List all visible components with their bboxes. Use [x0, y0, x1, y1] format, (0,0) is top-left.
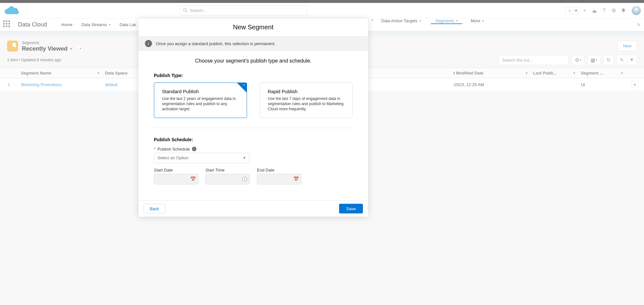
card-description: Use the last 2 years of engagement data …	[162, 96, 239, 112]
publish-schedule-heading: Publish Schedule:	[154, 137, 353, 142]
field-help-icon[interactable]: i	[192, 147, 196, 151]
calendar-icon[interactable]: 📅	[190, 176, 196, 182]
choose-heading: Choose your segment's publish type and s…	[154, 58, 353, 64]
rapid-publish-card[interactable]: Rapid Publish Use the last 7 days of eng…	[260, 83, 353, 118]
select-placeholder: Select an Option	[157, 155, 188, 160]
save-button[interactable]: Save	[339, 204, 363, 213]
clock-icon[interactable]: 🕐	[242, 176, 247, 182]
start-date-field: Start Date 📅	[154, 168, 198, 184]
chevron-down-icon: ▼	[243, 156, 246, 160]
card-description: Use the last 7 days of engagement data i…	[268, 96, 345, 112]
field-label-text: Publish Schedule	[157, 147, 190, 152]
info-icon: i	[145, 40, 152, 47]
publish-type-cards: Standard Publish Use the last 2 years of…	[154, 83, 353, 118]
publish-schedule-field: * Publish Schedule i Select an Option ▼	[154, 147, 353, 163]
end-date-field: End Date 📅	[257, 168, 301, 184]
close-modal-icon[interactable]	[360, 6, 370, 17]
card-title: Rapid Publish	[268, 89, 345, 94]
modal-info-banner: i Once you assign a standard publish, th…	[138, 36, 368, 51]
field-label-text: Start Date	[154, 168, 198, 172]
date-time-row: Start Date 📅 Start Time 🕐 End Date 📅	[154, 168, 353, 184]
calendar-icon[interactable]: 📅	[293, 176, 299, 182]
field-label-text: End Date	[257, 168, 301, 172]
modal-title: New Segment	[138, 18, 368, 36]
banner-text: Once you assign a standard publish, this…	[156, 41, 275, 46]
card-title: Standard Publish	[162, 89, 239, 94]
new-segment-modal: New Segment i Once you assign a standard…	[138, 18, 368, 217]
modal-body: Choose your segment's publish type and s…	[138, 51, 368, 200]
standard-publish-card[interactable]: Standard Publish Use the last 2 years of…	[154, 83, 247, 118]
publish-schedule-select[interactable]: Select an Option ▼	[154, 153, 250, 163]
required-asterisk: *	[154, 147, 156, 152]
section-divider	[154, 128, 353, 128]
start-time-field: Start Time 🕐	[205, 168, 250, 184]
back-button[interactable]: Back	[144, 204, 165, 213]
modal-footer: Back Save	[138, 200, 368, 217]
publish-type-label: Publish Type:	[154, 73, 353, 78]
field-label-text: Start Time	[205, 168, 250, 172]
